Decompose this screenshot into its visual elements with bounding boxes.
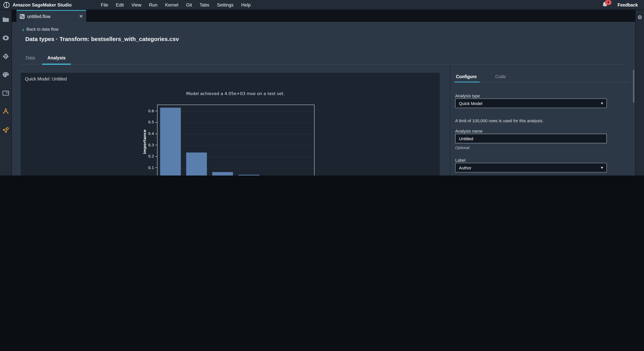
label-dropdown[interactable]: Author ▼ [455, 163, 607, 172]
app-title: Amazon SageMaker Studio [13, 2, 72, 8]
importance-bar [238, 175, 259, 176]
sagemaker-resources-icon[interactable] [2, 108, 9, 115]
chart-gridline [158, 145, 314, 146]
y-tick-mark [155, 156, 157, 157]
label-value: Author [459, 165, 472, 170]
flow-document-body: ‹ Back to data flow Data types · Transfo… [12, 22, 635, 176]
chart-panel-title: Quick Model: Untitled [25, 77, 67, 81]
feedback-link[interactable]: Feedback [618, 2, 638, 7]
menu-file[interactable]: File [97, 0, 112, 10]
back-chevron-icon: ‹ [22, 27, 24, 31]
optional-hint: Optional [455, 146, 470, 150]
chart-gridline [158, 122, 314, 123]
chevron-down-icon: ▼ [601, 166, 603, 169]
back-link-label: Back to data flow [26, 27, 58, 32]
y-tick-mark [155, 145, 157, 145]
tab-analysis[interactable]: Analysis [42, 52, 71, 64]
back-to-data-flow-link[interactable]: ‹ Back to data flow [22, 27, 58, 32]
chart-y-axis-label: importance [142, 104, 147, 176]
y-tick-mark [155, 168, 157, 168]
doc-tab-label: untitled.flow [27, 14, 50, 18]
data-flow-icon[interactable] [2, 126, 9, 133]
analysis-config-panel: Configure Code Analysis type Quick Model… [450, 64, 635, 176]
y-tick-label: 0.3 [140, 143, 154, 147]
right-settings-rail: ⚙ [635, 10, 644, 176]
chevron-down-icon: ▼ [601, 102, 603, 105]
y-tick-label: 0.2 [140, 154, 154, 158]
menu-edit[interactable]: Edit [112, 0, 128, 10]
y-tick-label: 0.4 [140, 132, 154, 136]
importance-bar [212, 172, 233, 176]
menu-run[interactable]: Run [145, 0, 161, 10]
top-menu-bar: Amazon SageMaker Studio FileEditViewRunK… [0, 0, 644, 10]
menu-kernel[interactable]: Kernel [161, 0, 182, 10]
sagemaker-studio-window: Amazon SageMaker Studio FileEditViewRunK… [0, 0, 644, 176]
feature-importance-bar-chart [157, 104, 314, 176]
notification-count-badge: 4 [605, 0, 612, 5]
y-tick-mark [155, 111, 157, 111]
sagemaker-logo-icon [3, 1, 10, 8]
git-icon[interactable] [2, 53, 9, 60]
tab-configure[interactable]: Configure [455, 71, 478, 82]
menu-settings[interactable]: Settings [213, 0, 238, 10]
main-scrollbar-thumb[interactable] [633, 70, 634, 103]
label-field-label: Label [455, 158, 466, 162]
importance-bar [186, 153, 207, 176]
menu-tabs[interactable]: Tabs [196, 0, 213, 10]
file-browser-icon[interactable] [2, 16, 9, 23]
chart-gridline [158, 157, 314, 157]
analysis-type-dropdown[interactable]: Quick Model ▼ [455, 98, 607, 108]
chart-gridline [158, 168, 314, 168]
y-tick-mark [155, 122, 157, 122]
gear-icon[interactable]: ⚙ [637, 14, 642, 176]
analysis-name-input[interactable] [455, 134, 607, 143]
row-limit-note: A limit of 100,000 rows is used for this… [455, 118, 544, 123]
chart-title: Model achieved a 4.05e+03 mse on a test … [157, 91, 314, 96]
running-kernels-icon[interactable] [2, 34, 9, 42]
close-tab-icon[interactable]: ✕ [79, 14, 83, 19]
analysis-type-value: Quick Model [459, 101, 482, 106]
y-tick-label: 0.1 [140, 166, 154, 170]
commands-palette-icon[interactable] [2, 71, 9, 78]
menu-bar-items: FileEditViewRunKernelGitTabsSettingsHelp [97, 0, 254, 10]
page-title: Data types · Transform: bestsellers_with… [25, 36, 179, 42]
quick-model-chart-panel: Quick Model: Untitled Model achieved a 4… [21, 73, 440, 176]
y-tick-mark [155, 134, 157, 134]
menu-view[interactable]: View [128, 0, 145, 10]
flow-file-icon [20, 14, 25, 19]
analysis-type-label: Analysis type [455, 94, 480, 98]
chart-gridline [158, 111, 314, 112]
analysis-name-label: Analysis name [455, 129, 482, 133]
y-tick-label: 0.6 [140, 109, 154, 113]
tab-code[interactable]: Code [494, 71, 507, 82]
open-tabs-icon[interactable] [2, 90, 9, 96]
menu-help[interactable]: Help [237, 0, 254, 10]
chart-gridline [158, 134, 314, 134]
tab-data[interactable]: Data [20, 52, 40, 64]
configure-code-tabs: Configure Code [455, 71, 630, 82]
importance-bar [160, 108, 181, 176]
menu-git[interactable]: Git [182, 0, 196, 10]
notifications-bell-icon[interactable]: 4 [602, 1, 608, 8]
left-activity-rail [0, 10, 12, 176]
doc-tab-untitled-flow[interactable]: untitled.flow ✕ [16, 10, 86, 22]
data-analysis-tabs: Data Analysis [20, 52, 627, 64]
y-tick-label: 0.5 [140, 120, 154, 124]
